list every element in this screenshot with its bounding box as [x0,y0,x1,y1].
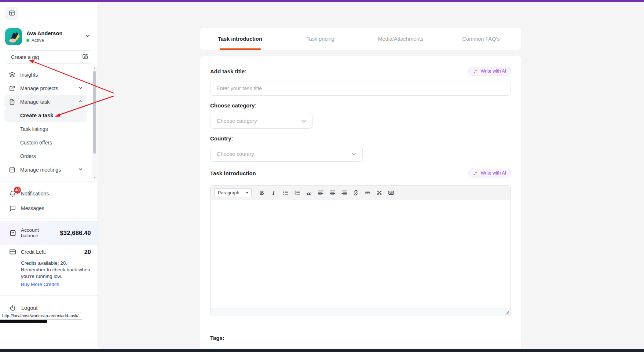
align-left-button[interactable] [316,188,325,198]
online-status-dot [26,39,29,42]
credits-description: Credits available: 20. Remember to check… [21,260,93,280]
sidebar-item-label: Manage task [20,99,78,105]
numbered-list-icon: 1 2 3 [294,190,300,196]
bold-button[interactable]: B [257,188,267,198]
chevron-down-icon [78,166,83,173]
taskbar-fragment [0,320,47,323]
align-left-icon [318,190,324,196]
scroll-up-arrow-icon[interactable]: ▲ [92,66,97,70]
align-right-button[interactable] [339,188,349,198]
sidebar-item-insights[interactable]: Insights [4,68,87,81]
svg-text:3: 3 [294,193,296,195]
align-right-icon [341,190,347,196]
paragraph-format-select[interactable]: Paragraph [214,188,252,197]
link-button[interactable] [351,188,361,198]
link-status-tooltip: http://localhost/workreap-redux/add-task… [0,312,82,320]
sidebar-item-custom-offers[interactable]: Custom offers [4,136,87,149]
external-link-icon [9,85,15,92]
align-center-icon [329,190,336,196]
create-gig-button[interactable]: Create a gig [5,50,93,64]
sidebar-item-label: Create a task [20,113,83,118]
chevron-down-icon [78,85,83,92]
tab-media-attachments[interactable]: Media/Attachments [361,28,441,50]
chevron-down-icon [351,151,356,157]
bulleted-list-button[interactable] [281,188,290,198]
sidebar-item-manage-projects[interactable]: Manage projects [4,81,87,95]
create-task-form: Add task title: Write with AI Choose cat… [200,56,521,352]
editor-status-bar [211,308,511,316]
tags-label: Tags: [210,335,511,341]
caret-down-icon [246,192,249,194]
avatar [5,28,22,45]
divider [0,295,98,296]
sidebar-item-manage-meetings[interactable]: Manage meetings [4,163,87,176]
buy-more-credits-link[interactable]: Buy More Credits [21,282,59,287]
write-with-ai-button[interactable]: Write with AI [468,67,511,76]
notifications-badge: 40 [13,186,22,194]
blockquote-icon: “ [307,193,311,197]
sidebar-scrollbar[interactable]: ▲ ▼ [92,66,97,179]
sidebar-item-orders[interactable]: Orders [4,149,87,163]
calendar-icon [9,166,15,173]
sidebar: Ava Anderson Active Create a gig [0,2,98,352]
bell-icon: 40 [9,190,16,197]
category-select[interactable]: Choose category [210,113,313,129]
country-select[interactable]: Choose country [210,146,363,162]
logout-label: Logout [21,305,37,311]
chevron-down-icon[interactable] [85,33,90,40]
chat-bubble-icon [9,205,16,212]
horizontal-rule-button[interactable] [363,188,372,198]
chevron-down-icon [301,118,307,124]
task-title-row: Add task title: Write with AI [210,67,511,76]
tab-task-pricing[interactable]: Task pricing [280,28,361,50]
tab-task-introduction[interactable]: Task introduction [200,28,280,50]
tab-label: Task introduction [218,36,262,42]
blockquote-button[interactable]: “ [304,188,314,198]
shopping-bag-icon [9,229,17,236]
sidebar-item-label: Messages [21,205,44,211]
numbered-list-button[interactable]: 1 2 3 [292,188,302,198]
active-tab-underline [220,48,261,50]
sidebar-item-task-listings[interactable]: Task listings [4,122,87,136]
country-label: Country: [210,135,511,142]
sidebar-item-create-a-task[interactable]: Create a task [4,109,87,122]
keyboard-icon [388,190,394,196]
sidebar-item-notifications[interactable]: 40 Notifications [0,186,98,201]
sidebar-item-messages[interactable]: Messages [0,201,98,216]
sidebar-item-label: Manage projects [20,85,78,91]
task-introduction-row: Task introduction Write with AI [210,169,511,177]
category-placeholder: Choose category [217,118,257,124]
scroll-down-arrow-icon[interactable]: ▼ [92,175,97,179]
write-with-ai-button[interactable]: Write with AI [468,169,511,177]
chevron-up-icon [78,99,83,105]
editor-toolbar: Paragraph B I 1 [211,186,511,200]
align-center-button[interactable] [328,188,337,198]
task-introduction-label: Task introduction [210,170,256,176]
edit-pencil-icon [82,53,88,61]
credits-section: Credit Left: 20 Credits available: 20. R… [0,248,98,287]
credit-card-icon [9,248,17,256]
account-balance-row: Account balance: $32,686.40 [0,221,98,245]
italic-button[interactable]: I [269,188,278,198]
credit-left-value: 20 [84,249,91,256]
user-profile[interactable]: Ava Anderson Active [5,28,92,45]
rich-text-editor: Paragraph B I 1 [210,185,511,316]
sidebar-item-manage-task[interactable]: Manage task [4,95,87,109]
divider [0,219,98,219]
tab-label: Task pricing [306,36,334,42]
fullscreen-button[interactable] [374,188,384,198]
write-with-ai-label: Write with AI [481,69,506,74]
task-title-input[interactable] [210,81,511,96]
scrollbar-thumb[interactable] [93,71,96,154]
keyboard-button[interactable] [386,188,396,198]
fullscreen-icon [376,190,383,196]
sidebar-item-label: Custom offers [20,140,83,146]
sidebar-toggle-button[interactable] [5,7,18,20]
resize-grip-icon[interactable] [504,309,509,316]
editor-content-area[interactable] [211,200,511,308]
tab-common-faqs[interactable]: Common FAQ's [441,28,521,50]
task-title-label: Add task title: [210,68,246,74]
paragraph-format-value: Paragraph [218,190,239,195]
user-status: Active [26,38,85,43]
form-tabs-bar: Task introduction Task pricing Media/Att… [200,28,521,50]
